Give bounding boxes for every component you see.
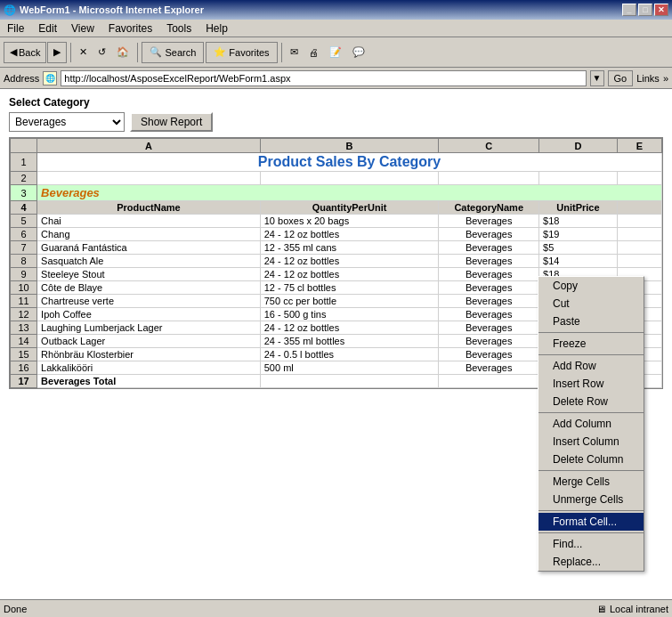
col-header-d: D bbox=[539, 139, 618, 153]
show-report-button[interactable]: Show Report bbox=[130, 112, 213, 132]
cell-productname[interactable]: Chai bbox=[37, 215, 261, 228]
corner-cell bbox=[11, 139, 37, 153]
back-button[interactable]: ◀ Back bbox=[4, 42, 46, 63]
minimize-button[interactable]: _ bbox=[622, 4, 636, 16]
ctx-merge-cells[interactable]: Merge Cells bbox=[538, 473, 644, 491]
ctx-delete-row[interactable]: Delete Row bbox=[538, 393, 644, 410]
table-row: 5 Chai 10 boxes x 20 bags Beverages $18 bbox=[11, 215, 662, 228]
stop-button[interactable]: ✕ bbox=[75, 41, 92, 64]
cell-cat[interactable]: Beverages bbox=[439, 348, 539, 361]
address-bar: Address 🌐 ▼ Go Links » bbox=[0, 68, 672, 89]
cell-productname[interactable]: Chang bbox=[37, 228, 261, 241]
cell-cat[interactable]: Beverages bbox=[439, 321, 539, 335]
cell-qty[interactable]: 24 - 12 oz bottles bbox=[260, 321, 439, 335]
cell-qty[interactable]: 24 - 12 oz bottles bbox=[260, 228, 439, 241]
links-label[interactable]: Links bbox=[636, 73, 660, 84]
cell-price[interactable]: $19 bbox=[539, 228, 618, 241]
menu-view[interactable]: View bbox=[64, 20, 101, 37]
cell-productname[interactable]: Chartreuse verte bbox=[37, 295, 261, 308]
cell-price[interactable]: $18 bbox=[539, 215, 618, 228]
refresh-button[interactable]: ↺ bbox=[93, 41, 110, 64]
discuss-button[interactable]: 💬 bbox=[348, 41, 369, 64]
cell-cat[interactable]: Beverages bbox=[439, 228, 539, 241]
cell-cat[interactable]: Beverages bbox=[439, 335, 539, 348]
ctx-add-row[interactable]: Add Row bbox=[538, 357, 644, 375]
cell-cat[interactable]: Beverages bbox=[439, 295, 539, 308]
cell-qty[interactable]: 24 - 12 oz bottles bbox=[260, 255, 439, 268]
favorites-button[interactable]: ⭐ Favorites bbox=[206, 42, 277, 63]
cell-productname[interactable]: Steeleye Stout bbox=[37, 268, 261, 281]
cell[interactable] bbox=[617, 172, 661, 185]
cell-qty[interactable]: 24 - 0.5 l bottles bbox=[260, 348, 439, 361]
edit-button[interactable]: 📝 bbox=[325, 41, 346, 64]
close-button[interactable]: ✕ bbox=[654, 4, 668, 16]
menu-edit[interactable]: Edit bbox=[31, 20, 64, 37]
cell-qty[interactable]: 16 - 500 g tins bbox=[260, 308, 439, 321]
cell-productname[interactable]: Outback Lager bbox=[37, 335, 261, 348]
cell[interactable] bbox=[617, 241, 661, 255]
cell-cat[interactable]: Beverages bbox=[439, 241, 539, 255]
cell[interactable] bbox=[439, 375, 539, 388]
mail-button[interactable]: ✉ bbox=[286, 41, 303, 64]
cell-cat[interactable]: Beverages bbox=[439, 308, 539, 321]
forward-button[interactable]: ▶ bbox=[47, 42, 67, 63]
ctx-find[interactable]: Find... bbox=[538, 535, 644, 553]
ctx-freeze[interactable]: Freeze bbox=[538, 335, 644, 353]
cell[interactable] bbox=[37, 172, 261, 185]
cell-qty[interactable]: 10 boxes x 20 bags bbox=[260, 215, 439, 228]
print-button[interactable]: 🖨 bbox=[304, 41, 323, 64]
cell[interactable] bbox=[539, 172, 618, 185]
ctx-unmerge-cells[interactable]: Unmerge Cells bbox=[538, 491, 644, 508]
cell[interactable] bbox=[617, 255, 661, 268]
cell-cat[interactable]: Beverages bbox=[439, 255, 539, 268]
cell-qty[interactable]: 500 ml bbox=[260, 361, 439, 375]
cell-qty[interactable]: 12 - 75 cl bottles bbox=[260, 281, 439, 295]
ctx-add-column[interactable]: Add Column bbox=[538, 415, 644, 433]
cell[interactable] bbox=[617, 215, 661, 228]
address-input[interactable] bbox=[61, 70, 586, 86]
ctx-replace[interactable]: Replace... bbox=[538, 553, 644, 571]
header-unitprice: UnitPrice bbox=[539, 201, 618, 215]
menu-file[interactable]: File bbox=[0, 20, 31, 37]
maximize-button[interactable]: □ bbox=[638, 4, 652, 16]
cell-cat[interactable]: Beverages bbox=[439, 361, 539, 375]
cell[interactable] bbox=[260, 172, 439, 185]
home-button[interactable]: 🏠 bbox=[112, 41, 134, 64]
cell-productname[interactable]: Sasquatch Ale bbox=[37, 255, 261, 268]
menu-tools[interactable]: Tools bbox=[159, 20, 198, 37]
cell-productname[interactable]: Rhönbräu Klosterbier bbox=[37, 348, 261, 361]
cell-cat[interactable]: Beverages bbox=[439, 281, 539, 295]
cell-cat[interactable]: Beverages bbox=[439, 268, 539, 281]
row-num: 4 bbox=[11, 201, 37, 215]
menu-favorites[interactable]: Favorites bbox=[101, 20, 159, 37]
cell-productname[interactable]: Ipoh Coffee bbox=[37, 308, 261, 321]
cell-qty[interactable]: 12 - 355 ml cans bbox=[260, 241, 439, 255]
ctx-insert-column[interactable]: Insert Column bbox=[538, 433, 644, 451]
cell-price[interactable]: $14 bbox=[539, 255, 618, 268]
cell-qty[interactable]: 24 - 355 ml bottles bbox=[260, 335, 439, 348]
go-button[interactable]: Go bbox=[608, 70, 634, 86]
cell[interactable] bbox=[617, 201, 661, 215]
ctx-copy[interactable]: Copy bbox=[538, 277, 644, 295]
cell-qty[interactable]: 24 - 12 oz bottles bbox=[260, 268, 439, 281]
menu-help[interactable]: Help bbox=[198, 20, 235, 37]
cell-productname[interactable]: Côte de Blaye bbox=[37, 281, 261, 295]
cell-productname[interactable]: Lakkalikööri bbox=[37, 361, 261, 375]
ctx-cut[interactable]: Cut bbox=[538, 295, 644, 313]
search-button[interactable]: 🔍 Search bbox=[142, 42, 204, 63]
cell-cat[interactable]: Beverages bbox=[439, 215, 539, 228]
category-select[interactable]: Beverages bbox=[9, 112, 125, 132]
ctx-paste[interactable]: Paste bbox=[538, 313, 644, 330]
ctx-separator bbox=[538, 510, 644, 511]
address-dropdown[interactable]: ▼ bbox=[590, 70, 604, 86]
cell[interactable] bbox=[260, 375, 439, 388]
ctx-insert-row[interactable]: Insert Row bbox=[538, 375, 644, 393]
ctx-delete-column[interactable]: Delete Column bbox=[538, 451, 644, 468]
cell-productname[interactable]: Laughing Lumberjack Lager bbox=[37, 321, 261, 335]
cell[interactable] bbox=[439, 172, 539, 185]
ctx-format-cell[interactable]: Format Cell... bbox=[538, 513, 644, 531]
cell-productname[interactable]: Guaraná Fantástica bbox=[37, 241, 261, 255]
cell-qty[interactable]: 750 cc per bottle bbox=[260, 295, 439, 308]
cell-price[interactable]: $5 bbox=[539, 241, 618, 255]
cell[interactable] bbox=[617, 228, 661, 241]
